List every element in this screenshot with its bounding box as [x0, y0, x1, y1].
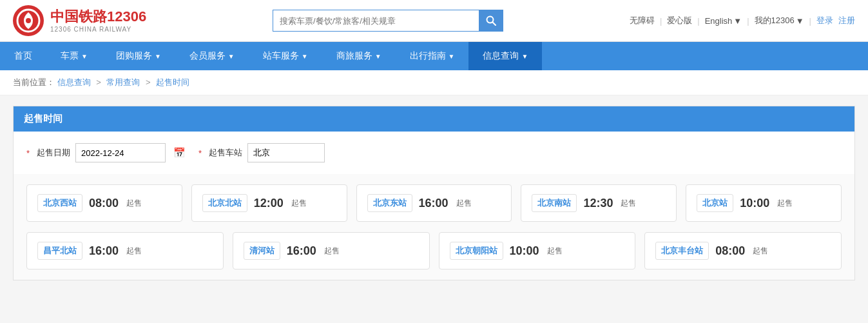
svg-point-1: [26, 18, 31, 23]
station-time: 12:30: [583, 197, 613, 210]
nav-item-business[interactable]: 商旅服务 ▼: [322, 42, 396, 70]
station-time: 10:00: [740, 197, 769, 210]
station-time: 12:00: [254, 197, 284, 210]
station-time: 08:00: [89, 197, 119, 210]
logo-text: 中国铁路12306 12306 CHINA RAILWAY: [50, 8, 146, 32]
nav-label-group: 团购服务: [116, 50, 152, 62]
station-name: 北京丰台站: [655, 242, 709, 260]
nav-item-guide[interactable]: 出行指南 ▼: [396, 42, 469, 70]
love-version-link[interactable]: 爱心版: [667, 15, 692, 26]
nav-chevron-info: ▼: [521, 53, 528, 60]
station-time: 10:00: [510, 244, 539, 258]
breadcrumb: 当前位置： 信息查询 > 常用查询 > 起售时间: [0, 70, 868, 95]
stations-row1: 北京西站 08:00 起售 北京北站 12:00 起售 北京东站 16:00 起…: [14, 174, 854, 232]
station-time: 16:00: [419, 197, 448, 210]
sep3: |: [747, 16, 749, 26]
search-area: [273, 10, 503, 32]
section-title: 起售时间: [14, 106, 854, 132]
station-sale: 起售: [126, 198, 142, 209]
station-card-row1-3: 北京南站 12:30 起售: [521, 184, 677, 222]
station-time: 08:00: [715, 244, 745, 258]
nav-chevron-station: ▼: [302, 53, 308, 60]
station-card-row2-0: 昌平北站 16:00 起售: [26, 232, 224, 269]
station-time: 16:00: [89, 244, 119, 258]
search-button[interactable]: [479, 10, 503, 32]
my12306-label: 我的12306: [755, 15, 795, 26]
date-input[interactable]: [75, 143, 166, 162]
breadcrumb-common[interactable]: 常用查询: [106, 77, 140, 87]
english-label: English: [705, 16, 733, 26]
nav-chevron-member: ▼: [228, 53, 235, 60]
station-card-row1-4: 北京站 10:00 起售: [686, 184, 842, 222]
main-content: 起售时间 * 起售日期 📅 * 起售车站 北京西站 08:00 起售 北京北站 …: [0, 95, 868, 301]
logo-icon: [13, 5, 44, 36]
station-required-mark: *: [198, 148, 202, 158]
register-link[interactable]: 注册: [838, 15, 855, 26]
english-chevron-icon: ▼: [733, 16, 742, 26]
station-sale: 起售: [291, 198, 307, 209]
station-sale: 起售: [547, 246, 563, 257]
station-name: 昌平北站: [37, 242, 82, 260]
sep1: |: [660, 16, 662, 26]
nav-item-info[interactable]: 信息查询 ▼: [468, 42, 542, 70]
nav-label-info: 信息查询: [483, 50, 519, 62]
section-box: 起售时间 * 起售日期 📅 * 起售车站 北京西站 08:00 起售 北京北站 …: [13, 106, 855, 280]
nav-item-station[interactable]: 站车服务 ▼: [249, 42, 322, 70]
breadcrumb-info[interactable]: 信息查询: [57, 77, 91, 87]
nav-chevron-group: ▼: [155, 53, 161, 60]
station-card-row2-1: 清河站 16:00 起售: [233, 232, 430, 269]
search-input[interactable]: [273, 10, 479, 32]
nav-label-home: 首页: [14, 50, 32, 62]
calendar-icon[interactable]: 📅: [173, 147, 186, 159]
no-barrier-link[interactable]: 无障碍: [630, 15, 655, 26]
logo-area: 中国铁路12306 12306 CHINA RAILWAY: [13, 5, 146, 36]
station-time: 16:00: [287, 244, 316, 258]
nav-label-guide: 出行指南: [410, 50, 446, 62]
nav-label-tickets: 车票: [61, 50, 79, 62]
station-sale: 起售: [621, 198, 636, 209]
station-sale: 起售: [126, 246, 142, 257]
nav-label-business: 商旅服务: [336, 50, 372, 62]
sep4: |: [809, 16, 811, 26]
search-form: * 起售日期 📅 * 起售车站: [14, 132, 854, 174]
station-card-row1-1: 北京北站 12:00 起售: [191, 184, 347, 222]
nav-item-tickets[interactable]: 车票 ▼: [46, 42, 102, 70]
my12306-link[interactable]: 我的12306 ▼: [755, 15, 804, 26]
my12306-chevron-icon: ▼: [796, 16, 804, 26]
nav-label-member: 会员服务: [189, 50, 226, 62]
station-card-row2-2: 北京朝阳站 10:00 起售: [439, 232, 636, 269]
nav-item-member[interactable]: 会员服务 ▼: [175, 42, 249, 70]
station-label: 起售车站: [209, 147, 242, 159]
station-card-row2-3: 北京丰台站 08:00 起售: [644, 232, 842, 269]
main-nav: 首页 车票 ▼ 团购服务 ▼ 会员服务 ▼ 站车服务 ▼ 商旅服务 ▼ 出行指南…: [0, 42, 868, 70]
station-form-group: * 起售车站: [198, 143, 325, 162]
date-form-group: * 起售日期 📅: [26, 143, 186, 162]
station-name: 北京西站: [37, 194, 82, 212]
logo-main-text: 中国铁路12306: [50, 8, 146, 25]
nav-label-station: 站车服务: [263, 50, 299, 62]
nav-chevron-tickets: ▼: [81, 53, 88, 60]
breadcrumb-prefix: 当前位置：: [13, 77, 55, 87]
station-card-row1-0: 北京西站 08:00 起售: [26, 184, 182, 222]
station-name: 清河站: [244, 242, 280, 260]
station-sale: 起售: [456, 198, 472, 209]
breadcrumb-sep1: >: [96, 77, 103, 87]
station-name: 北京朝阳站: [450, 242, 503, 260]
nav-item-group[interactable]: 团购服务 ▼: [102, 42, 175, 70]
sep2: |: [697, 16, 699, 26]
english-link[interactable]: English ▼: [705, 16, 742, 26]
nav-chevron-guide: ▼: [448, 53, 455, 60]
login-link[interactable]: 登录: [816, 15, 833, 26]
station-input[interactable]: [247, 143, 325, 162]
nav-chevron-business: ▼: [375, 53, 381, 60]
station-sale: 起售: [324, 246, 340, 257]
logo-sub-text: 12306 CHINA RAILWAY: [50, 26, 146, 33]
date-label: 起售日期: [37, 147, 70, 159]
nav-item-home[interactable]: 首页: [0, 42, 46, 70]
breadcrumb-current: 起售时间: [156, 77, 189, 87]
station-sale: 起售: [753, 246, 768, 257]
station-name: 北京东站: [367, 194, 412, 212]
svg-line-3: [493, 23, 496, 26]
station-sale: 起售: [777, 198, 793, 209]
date-required-mark: *: [26, 148, 30, 158]
